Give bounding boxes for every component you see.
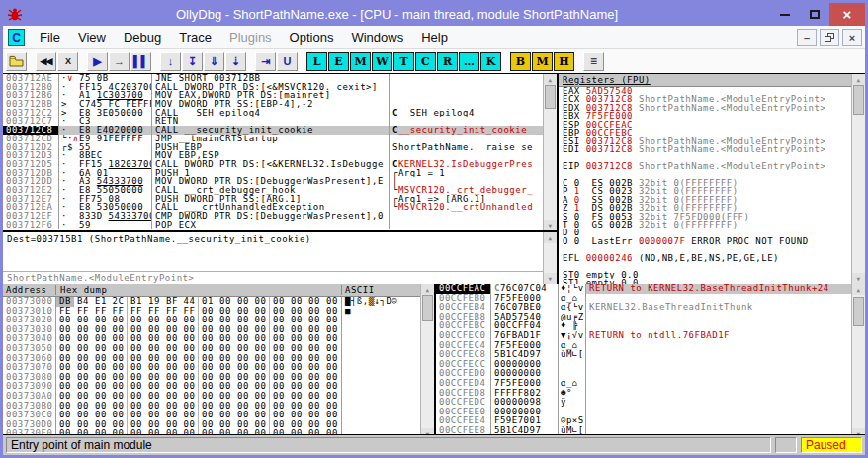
breakpoints-window-button[interactable]: B bbox=[510, 52, 531, 71]
stack-row[interactable]: 00CCFEE85B1C4D97ùM∟[ bbox=[436, 426, 851, 435]
ollydbg-logo-icon[interactable] bbox=[6, 7, 24, 23]
stack-row[interactable]: 00CCFEBC00CCFF04♦ ╠ bbox=[436, 321, 851, 331]
register-line[interactable]: ESP 00CCFEAC bbox=[559, 121, 851, 129]
scroll-down-icon[interactable]: ▼ bbox=[544, 220, 557, 230]
maximize-button[interactable] bbox=[800, 3, 829, 26]
disasm-row[interactable]: 003712EF·833D 54333700CMP DWORD PTR DS:[… bbox=[3, 212, 543, 221]
disasm-row[interactable]: 003712DB·6A 01PUSH 1┌Arg1 = 1 bbox=[3, 169, 543, 178]
dump-col-address[interactable]: Address bbox=[3, 285, 56, 295]
register-line[interactable]: O 0 LastErr 0000007F ERROR_PROC_NOT_FOUN… bbox=[559, 237, 851, 245]
log-window-button[interactable]: L bbox=[306, 52, 327, 71]
references-window-button[interactable]: R bbox=[437, 52, 458, 71]
run-button[interactable]: ▶ bbox=[87, 52, 108, 71]
stack-row[interactable]: 00CCFEE000000000 bbox=[436, 408, 851, 417]
stack-row[interactable]: 00CCFEB476C07BE0α{└vKERNEL32.BaseThreadI… bbox=[436, 303, 851, 313]
memory-breakpoints-window-button[interactable]: M bbox=[532, 52, 553, 71]
register-line[interactable]: T 0 GS 002B 32bit 0(FFFFFFFF) bbox=[559, 221, 851, 229]
stack-row[interactable]: 00CCFEACC76C07C04♦¦└vRETURN to KERNEL32.… bbox=[436, 284, 851, 294]
disasm-row[interactable]: 003712C7·C3RETN bbox=[3, 117, 543, 126]
mdi-minimize-button[interactable]: – bbox=[797, 29, 817, 46]
register-line[interactable]: EAX 5AD57540 bbox=[559, 87, 851, 95]
close-button[interactable]: × bbox=[829, 3, 865, 26]
register-line[interactable]: ST0 empty 0.0 bbox=[559, 271, 851, 279]
app-menu-button[interactable]: C bbox=[8, 29, 25, 46]
disasm-row[interactable]: 003712BB>C745 FC FEFFFMOV DWORD PTR SS:[… bbox=[3, 100, 543, 109]
step-over-button[interactable]: ↧ bbox=[182, 52, 203, 71]
stack-row[interactable]: 00CCFEB85AD57540@u╒Z bbox=[436, 313, 851, 322]
register-line[interactable]: EDI 003712C8 ShortPathName.<ModuleEntryP… bbox=[559, 145, 851, 153]
stack-scrollbar[interactable]: ▲ ▼ bbox=[851, 284, 865, 435]
stack-row[interactable]: 00CCFEDC00000098ÿ bbox=[436, 398, 851, 408]
go-to-user-code-button[interactable]: U bbox=[277, 52, 298, 71]
menu-windows[interactable]: Windows bbox=[342, 27, 412, 47]
disasm-row[interactable]: 003712C8·E8 E4020000CALL __security_init… bbox=[3, 126, 543, 135]
register-line[interactable]: EBP 00CCFEBC bbox=[559, 129, 851, 137]
register-line[interactable]: P 1 CS 0023 32bit 0(FFFFFFFF) bbox=[559, 187, 851, 195]
dump-col-ascii[interactable]: ASCII bbox=[342, 285, 420, 295]
register-line[interactable]: EIP 003712C8 ShortPathName.<ModuleEntryP… bbox=[559, 162, 851, 170]
disasm-row[interactable]: 003712AE·∨75 0BJNE SHORT 003712BB bbox=[3, 74, 543, 83]
mdi-close-button[interactable]: × bbox=[842, 29, 862, 46]
run-thread-button[interactable]: → bbox=[109, 52, 130, 71]
stack-row[interactable]: 00CCFEC47F5FE000α_⌂ bbox=[436, 341, 851, 351]
cpu-window-button[interactable]: C bbox=[415, 52, 436, 71]
register-line[interactable]: S 0 FS 0053 32bit 7F5FD000(FFF) bbox=[559, 213, 851, 221]
disasm-row[interactable]: 003712B6·A1 1C303700MOV EAX,DWORD PTR DS… bbox=[3, 91, 543, 100]
trace-over-button[interactable]: ⇣ bbox=[225, 52, 246, 71]
scroll-up-icon[interactable]: ▲ bbox=[544, 232, 557, 243]
disasm-row[interactable]: 003712D5·FF15 18203700CALL DWORD PTR DS:… bbox=[3, 160, 543, 169]
menu-file[interactable]: File bbox=[31, 27, 69, 47]
scroll-up-icon[interactable]: ▲ bbox=[421, 284, 434, 295]
executables-window-button[interactable]: E bbox=[328, 52, 349, 71]
disasm-row[interactable]: 003712CD└·∧E9 91FEFFFFJMP __tmainCRTStar… bbox=[3, 135, 543, 143]
dump-col-hex[interactable]: Hex dump bbox=[56, 285, 342, 295]
memory-window-button[interactable]: M bbox=[350, 52, 371, 71]
scroll-down-icon[interactable]: ▼ bbox=[852, 273, 865, 284]
register-line[interactable]: ECX 003712C8 ShortPathName.<ModuleEntryP… bbox=[559, 95, 851, 103]
disasm-row[interactable]: 003712B0·FF15 4C203700CALL DWORD PTR DS:… bbox=[3, 83, 543, 92]
menu-options[interactable]: Options bbox=[281, 27, 343, 47]
scroll-up-icon[interactable]: ▲ bbox=[852, 74, 865, 85]
registers-scrollbar[interactable]: ▲ ▼ bbox=[851, 74, 865, 284]
scroll-down-icon[interactable]: ▼ bbox=[421, 428, 434, 435]
open-file-button[interactable] bbox=[6, 52, 27, 71]
run-trace-window-button[interactable]: … bbox=[459, 52, 479, 71]
stack-row[interactable]: 00CCFECC00000000 bbox=[436, 360, 851, 370]
stack-row[interactable]: 00CCFED47F5FE000α_⌂ bbox=[436, 379, 851, 389]
disasm-scrollbar[interactable]: ▲ ▼ bbox=[543, 74, 557, 230]
scroll-up-icon[interactable]: ▲ bbox=[852, 284, 865, 295]
menu-view[interactable]: View bbox=[69, 27, 115, 47]
dump-scrollbar[interactable]: ▲ ▼ bbox=[420, 284, 434, 435]
register-line[interactable]: EBX 7F5FE000 bbox=[559, 112, 851, 120]
disasm-row[interactable]: 003712E7·FF75 08PUSH DWORD PTR SS:[ARG.1… bbox=[3, 195, 543, 204]
windows-list-button[interactable]: ≡ bbox=[583, 52, 604, 71]
scroll-down-icon[interactable]: ▼ bbox=[852, 428, 865, 435]
disasm-row[interactable]: 003712C2>E8 3E050000CALL __SEH_epilog4C_… bbox=[3, 109, 543, 118]
register-line[interactable]: EDX 003712C8 ShortPathName.<ModuleEntryP… bbox=[559, 104, 851, 112]
hardware-breakpoints-window-button[interactable]: H bbox=[554, 52, 574, 71]
menu-plugins[interactable]: Plugins bbox=[220, 27, 281, 47]
scroll-up-icon[interactable]: ▲ bbox=[544, 74, 557, 85]
watches-window-button[interactable]: W bbox=[372, 52, 392, 71]
step-into-button[interactable]: ↓ bbox=[160, 52, 181, 71]
register-line[interactable]: Z 1 DS 002B 32bit 0(FFFFFFFF) bbox=[559, 204, 851, 212]
disasm-row[interactable]: 003712DD·A3 54333700MOV DWORD PTR DS:[De… bbox=[3, 177, 543, 186]
info-scrollbar[interactable]: ▲ ▼ bbox=[543, 232, 557, 284]
menu-debug[interactable]: Debug bbox=[115, 27, 170, 47]
stack-row[interactable]: 00CCFEB07F5FE000α_⌂ bbox=[436, 294, 851, 304]
stack-row[interactable]: 00CCFEE4F59E7001☺p×S bbox=[436, 416, 851, 426]
stack-row[interactable]: 00CCFEC85B1C4D97ùM∟[ bbox=[436, 350, 851, 360]
register-line[interactable]: EFL 00000246 (NO,NB,E,BE,NS,PE,GE,LE) bbox=[559, 254, 851, 262]
call-stack-window-button[interactable]: K bbox=[480, 52, 501, 71]
threads-window-button[interactable]: T bbox=[393, 52, 414, 71]
trace-into-button[interactable]: ⇓ bbox=[204, 52, 224, 71]
scroll-down-icon[interactable]: ▼ bbox=[544, 273, 557, 284]
minimize-button[interactable] bbox=[770, 3, 800, 26]
disasm-row[interactable]: 003712D2┌$55PUSH EBPShortPathName.__rais… bbox=[3, 143, 543, 152]
disasm-row[interactable]: 003712D3·8BECMOV EBP,ESP bbox=[3, 151, 543, 160]
register-line[interactable]: A 0 SS 002B 32bit 0(FFFFFFFF) bbox=[559, 196, 851, 204]
menu-trace[interactable]: Trace bbox=[170, 27, 220, 47]
register-line[interactable]: ESI 003712C8 ShortPathName.<ModuleEntryP… bbox=[559, 137, 851, 145]
close-process-button[interactable]: X bbox=[57, 52, 78, 71]
stack-row[interactable]: 00CCFED000000000 bbox=[436, 369, 851, 379]
